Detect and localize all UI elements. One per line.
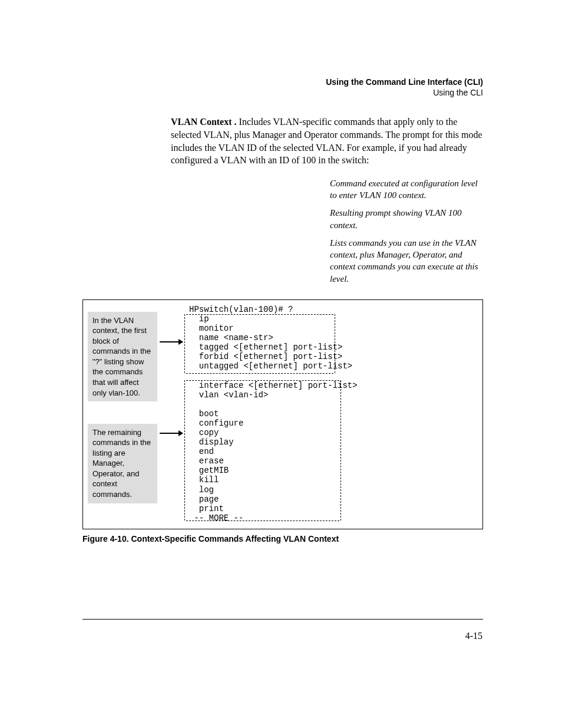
running-header: Using the Command Line Interface (CLI) U… <box>82 77 483 98</box>
dashed-group-bottom <box>186 373 333 374</box>
page-content: Using the Command Line Interface (CLI) U… <box>82 77 483 543</box>
terminal-output: HPswitch(vlan-100)# ? ip monitor name <n… <box>189 305 358 523</box>
dashed-group-left <box>184 314 185 373</box>
margin-note-3: Lists commands you can use in the VLAN c… <box>330 237 483 285</box>
header-chapter: Using the Command Line Interface (CLI) <box>82 77 483 87</box>
dashed-group-bottom <box>186 521 339 521</box>
figure-box: In the VLAN context, the first block of … <box>82 299 483 529</box>
footer-rule <box>82 619 483 620</box>
body-paragraph: VLAN Context . Includes VLAN-specific co… <box>171 116 483 166</box>
figure-caption: Figure 4-10. Context-Specific Commands A… <box>82 534 483 543</box>
dashed-group-right <box>340 380 341 521</box>
margin-note-2: Resulting prompt showing VLAN 100 contex… <box>330 207 483 231</box>
dashed-group-top <box>186 314 333 315</box>
dashed-group-left <box>184 380 185 521</box>
figure-annotation-2: The remaining commands in the listing ar… <box>88 424 157 503</box>
dashed-group-top <box>186 380 339 381</box>
page-number: 4-15 <box>465 631 482 641</box>
margin-notes: Command executed at configuration level … <box>330 177 483 285</box>
margin-note-1: Command executed at configuration level … <box>330 177 483 202</box>
paragraph-lead: VLAN Context . <box>171 117 237 127</box>
figure-annotation-1: In the VLAN context, the first block of … <box>88 312 157 401</box>
header-section: Using the CLI <box>82 87 483 98</box>
dashed-group-right <box>335 314 335 373</box>
